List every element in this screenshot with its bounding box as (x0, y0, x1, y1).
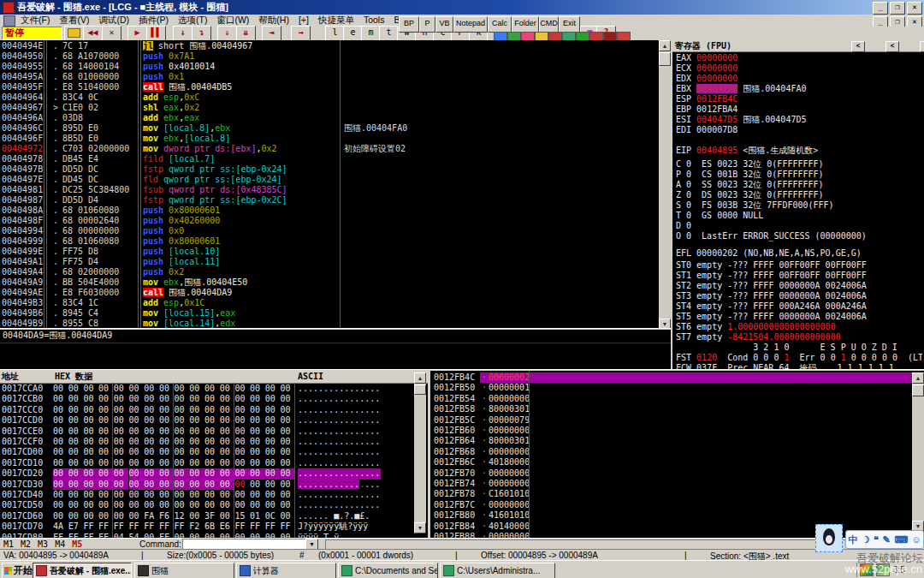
plugin-button-bp[interactable]: BP (399, 16, 419, 33)
stack-pane[interactable]: 0012FB4C·000000020012FB50·000000010012FB… (430, 371, 924, 538)
taskbar-task-1[interactable]: 围猫 (134, 563, 234, 578)
stack-row[interactable]: 0012FB60·00000000 (430, 426, 912, 436)
stack-row[interactable]: 0012FB4C·00000002 (430, 372, 912, 383)
hex-dump-row[interactable]: 0017CD5000000000000000000000000000000000… (0, 500, 416, 510)
register-row[interactable] (676, 135, 922, 146)
disasm-scrollbar[interactable]: ▲ ▼ (659, 40, 671, 330)
ime-icon[interactable]: ✎ (882, 532, 890, 547)
plugin-button-vb[interactable]: VB (435, 16, 453, 33)
disasm-row[interactable]: 0040499E.FF75 D8push [local.10] (0, 247, 659, 257)
disasm-row[interactable]: 0040495A.68 01000000push 0x1 (0, 72, 659, 82)
toolbar-letter-l[interactable]: l (325, 26, 345, 41)
hex-dump-row[interactable]: 0017CD3000000000000000000000000000000000… (0, 480, 416, 490)
scroll-down-icon[interactable]: ▼ (414, 522, 426, 533)
hex-dump-row[interactable]: 0017CCC000000000000000000000000000000000… (0, 405, 416, 415)
hex-dump-row[interactable]: 0017CD60000000000000FAF612003F0015010C00… (0, 511, 416, 521)
scroll-up-icon[interactable]: ▲ (414, 372, 426, 384)
pane-header-arrow-icon[interactable]: < (851, 41, 865, 52)
minimize-icon[interactable]: _ (873, 2, 888, 15)
menu-item-p[interactable]: 插件(P) (137, 15, 170, 27)
disasm-row[interactable]: 00404981.DC25 5C384800fsub qword ptr ds:… (0, 185, 659, 195)
menu-item-w[interactable]: 窗口(W) (215, 15, 251, 27)
disasm-row[interactable]: 004049B6.8945 C4mov [local.15],eax (0, 308, 659, 319)
register-row[interactable]: EIP 00404895 <围猫.生成随机数> (676, 146, 922, 156)
taskbar-task-3[interactable]: C:\Documents and Se... (338, 563, 438, 578)
memory-mark-m5[interactable]: M5 (72, 539, 82, 549)
hex-dump-pane[interactable]: 地址 HEX 数据 ASCII 0017CCA00000000000000000… (0, 371, 428, 538)
info-pane[interactable]: 00404DA9=围猫.00404DA9 (0, 330, 671, 369)
toolbar-letter-t[interactable]: t (379, 26, 399, 41)
register-row[interactable]: EDI 000007D8 (676, 125, 922, 135)
disasm-row[interactable]: 00404978.DB45 E4fild [local.7] (0, 154, 659, 164)
ime-icon[interactable]: ⌨ (894, 532, 908, 547)
menu-item-h[interactable]: 帮助(H) (257, 15, 291, 27)
register-row[interactable]: ESP 0012FB4C (676, 94, 922, 104)
register-row[interactable]: ESI 004047D5 围猫.004047D5 (676, 115, 922, 125)
step-over-icon[interactable]: ↴ (192, 26, 211, 41)
disasm-row[interactable]: 00404964.83C4 0Cadd esp,0xC (0, 92, 659, 103)
hex-dump-row[interactable]: 0017CD1000000000000000000000000000000000… (0, 458, 416, 468)
ime-icon[interactable]: ☽ (862, 532, 870, 547)
stack-row[interactable]: 0012FB74·00000000 (430, 479, 912, 489)
ime-icon[interactable]: 中 (848, 532, 857, 547)
hex-dump-row[interactable]: 0017CCB000000000000000000000000000000000… (0, 394, 416, 404)
disasm-row[interactable]: 00404967>C1E0 02shl eax,0x2 (0, 103, 659, 113)
restore-icon[interactable]: ❐ (890, 2, 905, 15)
plugin-button-folder[interactable]: Folder (512, 16, 539, 33)
start-button[interactable]: 开始 (2, 563, 34, 578)
scroll-thumb[interactable] (912, 384, 924, 396)
mdi-child-icon[interactable] (3, 15, 15, 27)
disasm-row[interactable]: 0040495F.E8 51040000call 围猫.00404DB5 (0, 82, 659, 92)
ime-icon[interactable]: ❝ (874, 532, 879, 547)
register-row[interactable]: EBP 0012FBA4 (676, 104, 922, 115)
ime-language-bar[interactable]: 中☽❝✎⌨☺ (845, 530, 924, 549)
taskbar-task-4[interactable]: C:\Users\Administra... (440, 563, 555, 578)
close-program-icon[interactable]: ✕ (102, 26, 121, 41)
disasm-row[interactable]: 004049A4.68 02000000push 0x2 (0, 267, 659, 277)
hex-dump-row[interactable]: 0017CCF000000000000000000000000000000000… (0, 437, 416, 447)
disasm-row[interactable]: 00404994.68 00000000push 0x0 (0, 226, 659, 236)
qq-messenger-icon[interactable] (815, 524, 843, 552)
menu-item-t[interactable]: 选项(T) (176, 15, 209, 27)
register-row[interactable]: EDX 00000000 (676, 74, 922, 84)
disasm-row[interactable]: 004049AE.E8 F6030000call 围猫.00404DA9 (0, 288, 659, 298)
hex-dump-row[interactable]: 0017CD4000000000000000000000000000000000… (0, 490, 416, 500)
stack-row[interactable]: 0012FB78·C1601010 (430, 489, 912, 499)
close-icon[interactable]: ✕ (907, 2, 922, 15)
ime-icon[interactable]: ☺ (911, 532, 921, 547)
execute-till-return-icon[interactable]: ⇥ (262, 26, 281, 41)
scroll-thumb[interactable] (659, 52, 671, 66)
disasm-row[interactable]: 004049B3.83C4 1Cadd esp,0x1C (0, 298, 659, 308)
stack-row[interactable]: 0012FB5C·00000079 (430, 415, 912, 426)
memory-mark-m3[interactable]: M3 (38, 539, 48, 549)
hex-dump-row[interactable]: 0017CCD000000000000000000000000000000000… (0, 415, 416, 426)
stack-row[interactable]: 0012FB54·00000000 (430, 394, 912, 404)
disasm-row[interactable]: 004049A9.BB 504E4000mov ebx,围猫.00404E50 (0, 277, 659, 288)
hex-dump-row[interactable]: 0017CCA000000000000000000000000000000000… (0, 384, 416, 394)
menu-item-tools[interactable]: Tools (362, 15, 387, 27)
disasm-row[interactable]: 0040497E.DD45 DCfld qword ptr ss:[ebp-0x… (0, 175, 659, 185)
menu-item-[interactable]: 快捷菜单 (317, 15, 356, 27)
stack-row[interactable]: 0012FB68·00000000 (430, 447, 912, 457)
restart-icon[interactable]: ◀◀ (83, 26, 103, 41)
register-row[interactable]: EBX 00404FA0 围猫.00404FA0 (676, 84, 922, 94)
disasm-row[interactable]: 0040494E.7C 17jl short 围猫.00404967 (0, 41, 659, 51)
stack-row[interactable]: 0012FB64·80000301 (430, 436, 912, 446)
goto-icon[interactable]: → (291, 26, 311, 41)
pane-header-arrow-icon[interactable]: < (886, 41, 899, 52)
hex-dump-row[interactable]: 0017CD2000000000000000000000000000000000… (0, 468, 416, 479)
animate-over-icon[interactable]: ⇊ (236, 26, 256, 41)
stack-row[interactable]: 0012FB6C·40180000 (430, 457, 912, 468)
plugin-button-exit[interactable]: Exit (559, 16, 580, 33)
memory-mark-m2[interactable]: M2 (21, 539, 31, 549)
taskbar-task-0[interactable]: 吾爱破解 - 围猫.exe... (33, 563, 132, 578)
disasm-row[interactable]: 00404950.68 A1070000push 0x7A1 (0, 51, 659, 62)
disasm-row[interactable]: 0040497B.DD5D DCfstp qword ptr ss:[ebp-0… (0, 164, 659, 175)
disasm-row[interactable]: 00404972.C703 02000000mov dword ptr ds:[… (0, 144, 659, 154)
disasm-row[interactable]: 0040496F.8B5D E0mov ebx,[local.8] (0, 134, 659, 144)
stack-row[interactable]: 0012FB7C·00000000 (430, 500, 912, 510)
disassembly-pane[interactable]: 0040494E.7C 17jl short 围猫.00404967004049… (0, 40, 659, 330)
disasm-row[interactable]: 0040496C.895D E0mov [local.8],ebx围猫.0040… (0, 123, 659, 134)
plugin-button-p[interactable]: P (419, 16, 435, 33)
stack-row[interactable]: 0012FB58·80000301 (430, 404, 912, 414)
